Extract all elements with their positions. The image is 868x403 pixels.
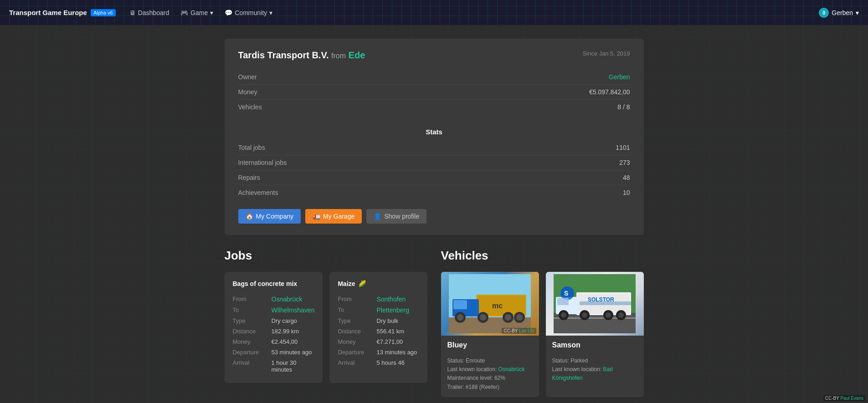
action-buttons: 🏠 My Company 🚛 My Garage 👤 Show profile bbox=[238, 209, 630, 224]
svg-point-31 bbox=[606, 312, 611, 318]
vehicle-card: SOLSTOR S bbox=[546, 272, 644, 397]
company-name: Tardis Transport B.V. from Ede bbox=[238, 50, 365, 60]
nav-links: 🖥 Dashboard 🎮 Game ▾ 💬 Community ▾ bbox=[125, 7, 819, 19]
svg-point-33 bbox=[618, 312, 624, 318]
show-profile-button[interactable]: 👤 Show profile bbox=[366, 209, 426, 224]
job-money-row: Money €7.271,00 bbox=[338, 337, 419, 347]
svg-rect-6 bbox=[453, 300, 467, 309]
chevron-down-icon: ▾ bbox=[269, 9, 272, 16]
chat-icon: 💬 bbox=[225, 9, 232, 16]
job-money-row: Money €2.454,00 bbox=[233, 337, 315, 347]
vehicle-status: Status: Parked Last known location: Bad … bbox=[552, 357, 637, 383]
job-card: Maize 🌽 From Sonthofen To Plettenberg Ty… bbox=[329, 272, 427, 383]
vehicle-name: Samson bbox=[552, 341, 580, 349]
company-header: Tardis Transport B.V. from Ede Since Jan… bbox=[238, 50, 630, 61]
job-from-row: From Sonthofen bbox=[338, 294, 419, 305]
user-online-indicator: 0 bbox=[819, 8, 829, 18]
job-title: Bags of concrete mix bbox=[233, 280, 315, 287]
job-from-link[interactable]: Sonthofen bbox=[376, 296, 419, 303]
svg-text:S: S bbox=[564, 290, 568, 297]
job-from-row: From Osnabrück bbox=[233, 294, 315, 305]
money-row: Money €5.097.842,00 bbox=[238, 85, 630, 100]
city-link[interactable]: Ede bbox=[349, 50, 365, 60]
svg-point-29 bbox=[582, 312, 587, 318]
vehicles-row: Vehicles 8 / 8 bbox=[238, 100, 630, 115]
vehicle-location-link[interactable]: Osnabrück bbox=[498, 366, 525, 372]
version-badge: Alpha v6 bbox=[91, 9, 116, 16]
company-card: Tardis Transport B.V. from Ede Since Jan… bbox=[225, 39, 644, 235]
job-departure-row: Departure 13 minutes ago bbox=[338, 347, 419, 357]
house-icon: 🏠 bbox=[246, 213, 253, 220]
svg-point-14 bbox=[516, 314, 523, 321]
vehicle-info: Samson Status: Parked Last known locatio… bbox=[546, 336, 644, 388]
repairs-row: Repairs 48 bbox=[238, 170, 630, 185]
stats-table: Total jobs 1101 International jobs 273 R… bbox=[238, 140, 630, 200]
cc-attribution: CC-BY Lav Ulv bbox=[502, 328, 536, 334]
job-title: Maize 🌽 bbox=[338, 280, 419, 287]
since-label: Since Jan 5, 2019 bbox=[582, 50, 630, 57]
svg-point-27 bbox=[561, 312, 566, 318]
vehicle-name: Bluey bbox=[447, 341, 467, 349]
svg-text:mc: mc bbox=[492, 302, 503, 310]
my-company-button[interactable]: 🏠 My Company bbox=[238, 209, 301, 224]
truck-svg: SOLSTOR S bbox=[554, 274, 636, 333]
truck-icon: 🚛 bbox=[313, 213, 320, 220]
jobs-list: Bags of concrete mix From Osnabrück To W… bbox=[225, 272, 427, 383]
truck-svg: mc bbox=[449, 274, 531, 333]
company-info-table: Owner Gerben Money €5.097.842,00 Vehicle… bbox=[238, 70, 630, 114]
svg-rect-25 bbox=[557, 298, 569, 305]
jobs-title: Jobs bbox=[225, 249, 427, 263]
stats-header: Stats bbox=[238, 123, 630, 140]
user-menu[interactable]: 0 Gerben ▾ bbox=[819, 8, 859, 18]
vehicle-image: mc bbox=[441, 272, 539, 336]
main-content: Tardis Transport B.V. from Ede Since Jan… bbox=[216, 25, 653, 403]
jobs-section: Jobs Bags of concrete mix From Osnabrück… bbox=[225, 249, 427, 397]
gamepad-icon: 🎮 bbox=[180, 9, 188, 16]
vehicle-info: Bluey Status: Enroute Last known locatio… bbox=[441, 336, 539, 397]
total-jobs-row: Total jobs 1101 bbox=[238, 140, 630, 155]
job-arrival-row: Arrival 1 hour 30 minutes bbox=[233, 357, 315, 375]
intl-jobs-row: International jobs 273 bbox=[238, 155, 630, 170]
owner-row: Owner Gerben bbox=[238, 70, 630, 85]
person-icon: 👤 bbox=[374, 213, 381, 220]
nav-bar: Transport Game Europe Alpha v6 🖥 Dashboa… bbox=[0, 0, 868, 25]
vehicle-card: mc bbox=[441, 272, 539, 397]
svg-point-12 bbox=[505, 314, 511, 321]
monitor-icon: 🖥 bbox=[129, 9, 136, 16]
nav-dashboard[interactable]: 🖥 Dashboard bbox=[125, 7, 174, 19]
job-type-row: Type Dry bulk bbox=[338, 316, 419, 326]
svg-rect-21 bbox=[576, 301, 631, 305]
user-chevron-icon: ▾ bbox=[856, 9, 859, 16]
nav-community[interactable]: 💬 Community ▾ bbox=[220, 7, 277, 19]
job-card: Bags of concrete mix From Osnabrück To W… bbox=[225, 272, 323, 383]
nav-game[interactable]: 🎮 Game ▾ bbox=[176, 7, 218, 19]
job-to-link[interactable]: Plettenberg bbox=[376, 306, 419, 314]
vehicles-list: mc bbox=[441, 272, 644, 397]
my-garage-button[interactable]: 🚛 My Garage bbox=[305, 209, 362, 224]
job-type-row: Type Dry cargo bbox=[233, 316, 315, 326]
job-to-link[interactable]: Wilhelmshaven bbox=[272, 306, 315, 314]
cc-author-link[interactable]: Lav Ulv bbox=[519, 328, 534, 333]
job-from-link[interactable]: Osnabrück bbox=[272, 296, 315, 303]
job-to-row: To Plettenberg bbox=[338, 305, 419, 316]
sections-row: Jobs Bags of concrete mix From Osnabrück… bbox=[225, 249, 644, 397]
brand-name: Transport Game Europe bbox=[9, 9, 87, 16]
company-title-block: Tardis Transport B.V. from Ede bbox=[238, 50, 365, 61]
job-arrival-row: Arrival 5 hours 46 bbox=[338, 357, 419, 368]
owner-link[interactable]: Gerben bbox=[609, 73, 630, 81]
vehicle-status: Status: Enroute Last known location: Osn… bbox=[447, 357, 533, 392]
vehicle-image: SOLSTOR S bbox=[546, 272, 644, 336]
svg-point-10 bbox=[480, 314, 486, 321]
job-to-row: To Wilhelmshaven bbox=[233, 305, 315, 316]
vehicles-section: Vehicles mc bbox=[441, 249, 644, 397]
achievements-row: Achievements 10 bbox=[238, 185, 630, 200]
vehicles-title: Vehicles bbox=[441, 249, 644, 263]
svg-point-8 bbox=[457, 314, 463, 321]
job-distance-row: Distance 556.41 km bbox=[338, 326, 419, 337]
chevron-down-icon: ▾ bbox=[210, 9, 213, 16]
job-distance-row: Distance 182.99 km bbox=[233, 326, 315, 337]
username: Gerben bbox=[832, 9, 853, 16]
job-departure-row: Departure 53 minutes ago bbox=[233, 347, 315, 357]
